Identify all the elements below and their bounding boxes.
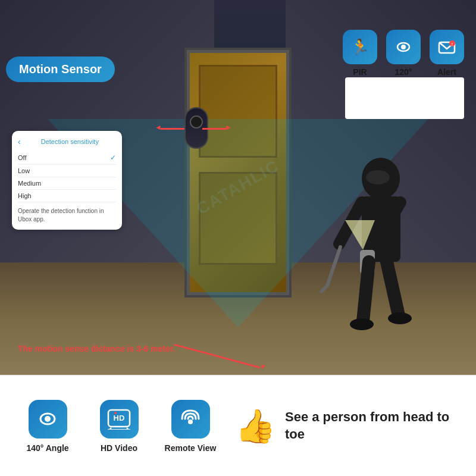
bottom-item-hd: HD HD Video: [83, 400, 155, 453]
svg-rect-21: [108, 429, 130, 430]
svg-point-13: [350, 318, 374, 330]
pir-label: PIR: [353, 67, 367, 77]
alert-icon: !: [430, 30, 464, 64]
motion-sensor-label: Motion Sensor: [19, 62, 102, 76]
angle-label: 120°: [395, 67, 412, 77]
thumbs-up-icon: 👍: [235, 407, 276, 446]
svg-point-18: [45, 416, 51, 422]
svg-point-1: [401, 45, 406, 49]
pir-icon-box: 🏃 PIR: [343, 30, 377, 77]
svg-point-22: [114, 412, 117, 414]
app-option-high: High: [18, 190, 116, 202]
angle-bottom-label: 140° Angle: [26, 443, 68, 453]
bottom-tagline: See a person from head to toe: [285, 409, 464, 443]
svg-point-23: [188, 419, 193, 424]
pir-icon: 🏃: [343, 30, 377, 64]
app-description: Operate the detection function in Ubox a…: [18, 207, 116, 224]
option-off-label: Off: [18, 154, 26, 161]
svg-text:!: !: [452, 42, 453, 46]
checkmark-icon: ✓: [110, 154, 116, 162]
app-option-medium: Medium: [18, 177, 116, 190]
top-icons: 🏃 PIR 120° ! Alert: [343, 30, 464, 77]
app-option-low: Low: [18, 165, 116, 177]
svg-line-16: [321, 286, 327, 292]
burglar-figure: [309, 143, 428, 351]
bottom-item-angle: 140° Angle: [12, 400, 83, 453]
arrow-left: [161, 128, 184, 130]
bottom-item-remote: Remote View: [155, 400, 226, 453]
alert-icon-box: ! Alert: [430, 30, 464, 77]
angle-icon: [386, 30, 421, 64]
distance-text: The motion sense distance is 3-6 meter.: [18, 344, 176, 353]
hd-bottom-icon: HD: [100, 400, 139, 439]
svg-text:HD: HD: [114, 414, 125, 422]
remote-bottom-label: Remote View: [165, 443, 217, 453]
remote-bottom-icon: [171, 400, 210, 439]
alert-label: Alert: [437, 67, 456, 77]
top-section: CATAHLIC Motion Sensor 🏃 PIR 120°: [0, 0, 476, 375]
svg-point-14: [388, 312, 412, 324]
svg-line-11: [363, 262, 369, 321]
svg-line-15: [327, 247, 340, 286]
svg-line-12: [387, 262, 399, 315]
app-header: ‹ Detection sensitivity: [18, 137, 116, 146]
app-title: Detection sensitivity: [24, 138, 116, 145]
white-box: [345, 77, 464, 119]
svg-point-6: [366, 170, 390, 184]
app-option-off: Off ✓: [18, 151, 116, 165]
option-medium-label: Medium: [18, 180, 41, 187]
motion-sensor-badge: Motion Sensor: [6, 57, 115, 82]
back-arrow-icon: ‹: [18, 137, 21, 146]
angle-bottom-icon: [29, 400, 67, 439]
option-low-label: Low: [18, 167, 30, 174]
angle-icon-box: 120°: [386, 30, 421, 77]
app-screenshot: ‹ Detection sensitivity Off ✓ Low Medium…: [12, 131, 122, 230]
bottom-section: 140° Angle HD HD Video Remote View 👍 See: [0, 375, 476, 476]
hd-bottom-label: HD Video: [101, 443, 137, 453]
option-high-label: High: [18, 192, 32, 199]
distance-label: The motion sense distance is 3-6 meter.: [18, 343, 176, 354]
arrow-right: [202, 128, 226, 130]
